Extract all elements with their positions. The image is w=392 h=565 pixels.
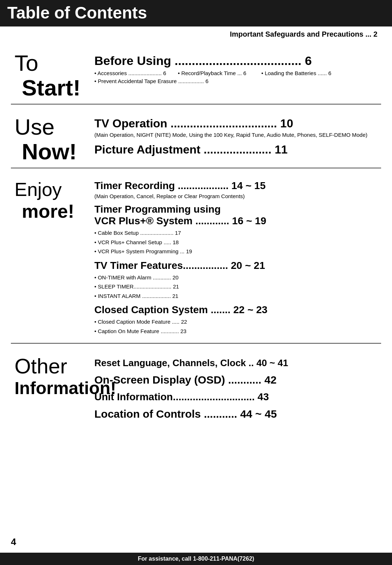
tv-timer-subitems: • ON-TIMER with Alarm ............ 20 • … — [94, 273, 381, 301]
section-start-entries: Before Using ...........................… — [91, 47, 381, 100]
safeguards-text: Important Safeguards and Precautions ...… — [230, 30, 377, 38]
section-enjoy-label: Enjoy more! — [11, 175, 91, 339]
picture-adjustment-title: Picture Adjustment .....................… — [94, 143, 381, 156]
safeguards-entry: Important Safeguards and Precautions ...… — [11, 30, 381, 38]
page-title: Table of Contents — [7, 4, 385, 22]
main-content: Important Safeguards and Precautions ...… — [0, 30, 392, 429]
section-start-top: To — [15, 51, 91, 75]
unit-info-title: Unit Information........................… — [94, 391, 381, 403]
timer-recording-desc: (Main Operation, Cancel, Replace or Clea… — [94, 192, 381, 200]
list-item: • Loading the Batteries ...... 6 — [261, 69, 334, 78]
section-other-entries: Reset Language, Channels, Clock .. 40 ~ … — [91, 350, 381, 425]
list-item: • SLEEP TIMER......................... 2… — [94, 282, 381, 291]
tv-operation-desc: (Main Operation, NIGHT (NITE) Mode, Usin… — [94, 131, 381, 139]
section-other: Other Information! Reset Language, Chann… — [11, 344, 381, 428]
tv-operation-title: TV Operation ...........................… — [94, 117, 381, 130]
before-using-subitems: • Accessories ...................... 6 •… — [94, 69, 381, 86]
list-item: • Prevent Accidental Tape Erasure ......… — [94, 77, 208, 86]
section-other-label: Other Information! — [11, 350, 91, 425]
tv-timer-title: TV Timer Features................ 20 ~ 2… — [94, 260, 381, 271]
page-header: Table of Contents — [0, 0, 392, 26]
section-use-top: Use — [15, 115, 91, 139]
list-item: • Accessories ...................... 6 — [94, 69, 167, 78]
timer-programming-block: Timer Programming using VCR Plus+® Syste… — [94, 204, 381, 256]
timer-programming-title1: Timer Programming using — [94, 204, 381, 215]
closed-caption-block: Closed Caption System ....... 22 ~ 23 • … — [94, 304, 381, 336]
list-item: • Cable Box Setup ......................… — [94, 228, 381, 238]
osd-title: On-Screen Display (OSD) ........... 42 — [94, 374, 381, 386]
list-item: • Caption On Mute Feature ............ 2… — [94, 327, 381, 336]
list-item: • VCR Plus+ Channel Setup ..... 18 — [94, 238, 381, 247]
page-number: 4 — [11, 536, 16, 548]
list-item: • ON-TIMER with Alarm ............ 20 — [94, 273, 381, 282]
timer-programming-subitems: • Cable Box Setup ......................… — [94, 228, 381, 256]
closed-caption-subitems: • Closed Caption Mode Feature ..... 22 •… — [94, 317, 381, 336]
section-use-entries: TV Operation ...........................… — [91, 111, 381, 164]
section-start-label: To Start! — [11, 47, 91, 100]
location-title: Location of Controls ........... 44 ~ 45 — [94, 408, 381, 420]
section-use-bottom: Now! — [22, 139, 91, 164]
footer-text: For assistance, call 1-800-211-PANA(7262… — [138, 556, 254, 562]
timer-programming-title2: VCR Plus+® System ............ 16 ~ 19 — [94, 215, 381, 227]
section-start: To Start! Before Using .................… — [11, 41, 381, 105]
section-use-label: Use Now! — [11, 111, 91, 164]
closed-caption-title: Closed Caption System ....... 22 ~ 23 — [94, 304, 381, 316]
reset-title: Reset Language, Channels, Clock .. 40 ~ … — [94, 357, 381, 369]
section-other-bottom: Information! — [15, 378, 91, 398]
footer-bar: For assistance, call 1-800-211-PANA(7262… — [0, 553, 392, 565]
list-item: • Record/Playback Time ... 6 — [178, 69, 250, 78]
section-enjoy-top: Enjoy — [15, 179, 91, 200]
list-item: • INSTANT ALARM ................... 21 — [94, 291, 381, 301]
section-enjoy-entries: Timer Recording .................. 14 ~ … — [91, 175, 381, 339]
section-enjoy-bottom: more! — [22, 200, 91, 222]
timer-recording-title: Timer Recording .................. 14 ~ … — [94, 180, 381, 192]
section-other-top: Other — [15, 354, 91, 378]
before-using-title: Before Using ...........................… — [94, 54, 381, 68]
section-use: Use Now! TV Operation ..................… — [11, 105, 381, 168]
section-enjoy: Enjoy more! Timer Recording ............… — [11, 168, 381, 344]
tv-timer-block: TV Timer Features................ 20 ~ 2… — [94, 260, 381, 301]
list-item: • VCR Plus+ System Programming ... 19 — [94, 247, 381, 256]
section-start-bottom: Start! — [22, 75, 91, 100]
list-item: • Closed Caption Mode Feature ..... 22 — [94, 317, 381, 327]
